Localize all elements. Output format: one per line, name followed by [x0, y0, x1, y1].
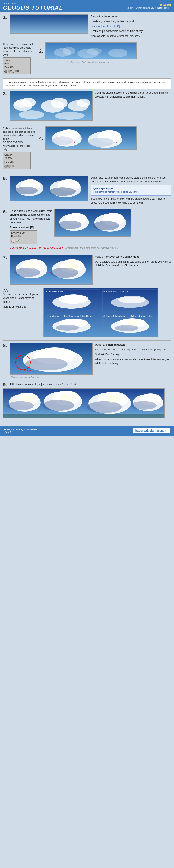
step-6-text: Using a large, soft eraser brush, start … [10, 209, 52, 245]
svg-point-100 [131, 401, 156, 410]
step-7-5-number: 7.5. [3, 288, 41, 292]
footer-left-text: Hope this helped you somewhat!:thumb1: [4, 428, 38, 433]
footer-deviantart[interactable]: kayoru.deviantart.com [133, 428, 170, 433]
step-9-image [3, 388, 165, 418]
step-3-text: Continue dabbing spots on the upper part… [95, 91, 171, 100]
step-2-caption: It's white. It only looks blue due to lo… [66, 61, 109, 63]
header-title: Clouds Tutorial [3, 5, 63, 11]
step-1-image [10, 14, 89, 34]
eraser-3 [19, 239, 22, 242]
step-3-image [10, 91, 93, 121]
step4-flow-label: Flow 50% [4, 160, 15, 164]
tutorial-content: 1. Start with a large canvas. Create a g… [0, 12, 174, 424]
step-3-number: 3. [3, 91, 8, 96]
svg-point-42 [93, 221, 119, 230]
step-2-number: 2. [39, 48, 44, 54]
svg-point-52 [65, 262, 79, 270]
svg-point-16 [55, 112, 85, 120]
step-7-image: → [10, 255, 93, 285]
svg-text:d. Dab lightly with soft brush: d. Dab lightly with soft brush for extra… [103, 315, 152, 317]
svg-text:↙: ↙ [116, 141, 118, 144]
opacity-label: Opacity 50% [4, 59, 15, 65]
step-1-line-2: Create a gradient for your background. [91, 19, 171, 23]
svg-point-3 [63, 47, 75, 55]
step-5-number: 5. [3, 176, 8, 181]
callout-see: see the overall sky [6, 81, 165, 87]
soft-brush-1 [4, 164, 8, 168]
svg-point-5 [87, 48, 102, 55]
footer-hope-text: Hope this helped you somewhat!:thumb1: [4, 428, 38, 433]
brush-sample-3 [11, 70, 14, 73]
svg-point-79 [25, 358, 68, 370]
flow-label: Flow 50% [4, 66, 15, 69]
svg-point-92 [42, 400, 74, 411]
step-6-caption: !! Once again DO NOT DESTROY ALL CRISP E… [10, 247, 131, 249]
step-5-text: Switch back to your hard edge brush. Sta… [91, 176, 171, 206]
step-7: 7. [3, 255, 171, 285]
step-7-text: Make a new layer set to Overlay mode. Us… [95, 255, 171, 269]
step-2-image [45, 42, 137, 59]
step-6-tool-panel: Opacity 10-30% Flow 50% [10, 230, 37, 244]
svg-rect-101 [3, 414, 165, 418]
step-1-number: 1. [3, 14, 8, 20]
step-9: 9. Fill in the rest of your pic, adjust … [3, 382, 171, 418]
svg-point-89 [22, 396, 34, 402]
soft-brush-3 [12, 164, 14, 167]
step-1: 1. Start with a large canvas. Create a g… [3, 14, 171, 39]
step-8: 8. [3, 343, 171, 378]
svg-point-20 [52, 136, 73, 145]
step-6-image [55, 209, 131, 237]
step-4-image: ↙ ↙ [45, 126, 137, 150]
svg-point-15 [19, 111, 44, 119]
svg-text:↙: ↙ [73, 140, 76, 144]
brush-sample-4 [15, 70, 17, 72]
svg-point-74 [115, 325, 138, 331]
step-8-caption: * You can zoom in for this step [10, 376, 171, 378]
svg-point-64 [118, 296, 146, 303]
divider-3 [3, 252, 171, 253]
deviantart-link[interactable]: kayoru.deviantart.com [136, 429, 167, 432]
step6-flow-label: Flow 50% [11, 235, 21, 238]
svg-point-80 [46, 353, 49, 356]
svg-point-14 [77, 99, 91, 107]
svg-point-32 [49, 187, 75, 196]
step-4-number: 4. [39, 135, 44, 141]
step6-opacity-label: Opacity 10-30% [11, 232, 26, 234]
eraser-2 [15, 239, 19, 242]
svg-text:zoom area: zoom area [21, 369, 31, 371]
step-9-number: 9. [3, 382, 8, 387]
svg-point-93 [60, 394, 74, 401]
step-4-tool-panel: Opacity 20-50% Flow 50% [3, 152, 31, 169]
step-4: Switch to a default soft brush and dab a… [3, 126, 171, 170]
callout-without: without [35, 81, 43, 83]
step-1-note: * You can pick diff colors based on time… [91, 29, 171, 33]
svg-point-75 [126, 319, 138, 326]
brush-sample-2 [8, 70, 11, 73]
step-3: 3. [3, 91, 171, 121]
footer: Hope this helped you somewhat!:thumb1: k… [0, 426, 174, 436]
brush-sample-1 [4, 70, 7, 73]
svg-point-29 [14, 187, 38, 194]
step-2-line-1: On a new layer, use a default hard-edge … [3, 42, 37, 56]
step-5-tip: Quick Eyedropper: Hold down [alt/option]… [91, 185, 171, 196]
svg-text:a. Hard edge brush: a. Hard edge brush [46, 290, 66, 293]
step-1-text: Start with a large canvas. Create a grad… [91, 14, 171, 39]
svg-point-10 [14, 100, 27, 107]
disclaimer-text: This is in no way an accurate way of pai… [125, 7, 171, 9]
soft-brush-2 [8, 164, 11, 167]
step-9-text: Fill in the rest of your pic, adjust lev… [9, 382, 171, 386]
svg-point-48 [25, 262, 34, 267]
svg-point-39 [58, 221, 81, 229]
step-2-tool-panel: Opacity 50% Flow 50% [3, 58, 31, 74]
eraser-1 [11, 239, 15, 243]
divider-4 [3, 340, 171, 341]
svg-text:↓: ↓ [59, 189, 61, 193]
step-1-line-1: Start with a large canvas. [91, 14, 171, 18]
svg-point-96 [87, 401, 122, 413]
gradient-shortcut-link[interactable]: Gradient tool shortcut: [G] [91, 25, 120, 28]
svg-point-23 [88, 137, 114, 147]
svg-text:→: → [61, 310, 65, 314]
svg-text:c. Touch up / paint back white: c. Touch up / paint back white with hard… [46, 315, 93, 317]
svg-point-82 [56, 353, 59, 356]
svg-text:↓: ↓ [74, 187, 76, 192]
